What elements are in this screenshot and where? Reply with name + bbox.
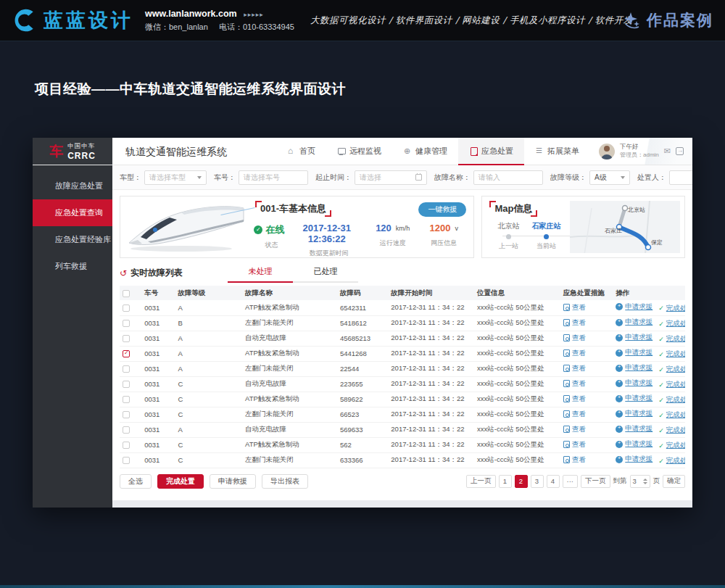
filter-input-text: 请选择 xyxy=(360,173,381,183)
filter-input[interactable]: 请选择车型 xyxy=(144,170,207,185)
lanlan-logo[interactable]: 蓝蓝设计 xyxy=(12,7,133,33)
row-checkbox[interactable] xyxy=(123,442,130,449)
action-button[interactable]: 完成处置 xyxy=(157,474,204,489)
portfolio-link[interactable]: 作品案例 xyxy=(623,10,713,30)
row-checkbox[interactable] xyxy=(123,335,130,342)
sidebar-item[interactable]: 列车救援 xyxy=(33,253,112,280)
action-button[interactable]: 申请救援 xyxy=(210,474,256,489)
filter-input[interactable]: A级 xyxy=(589,170,630,185)
row-checkbox[interactable] xyxy=(123,381,130,388)
row-checkbox[interactable] xyxy=(123,320,130,327)
page-number-button[interactable]: 2 xyxy=(515,475,528,488)
view-measures-link[interactable]: 查看 xyxy=(563,318,586,328)
view-link-label: 查看 xyxy=(572,364,586,373)
action-button[interactable]: 导出报表 xyxy=(262,474,308,489)
nav-item[interactable]: 远程监视 xyxy=(326,138,392,165)
row-checkbox[interactable] xyxy=(123,305,130,312)
station-dot xyxy=(506,234,511,239)
page-number-button[interactable]: 4 xyxy=(547,475,560,488)
request-rescue-link[interactable]: 申请求援 xyxy=(616,394,652,403)
view-link-label: 查看 xyxy=(572,349,586,358)
complete-link-label: 完成处理 xyxy=(666,319,685,328)
complete-handling-link[interactable]: ✓ 完成处理 xyxy=(658,334,685,344)
filter-input-text: 请选择车型 xyxy=(149,173,186,183)
nav-item[interactable]: 首页 xyxy=(276,138,326,165)
request-rescue-link[interactable]: 申请求援 xyxy=(616,302,652,312)
view-measures-link[interactable]: 查看 xyxy=(563,440,586,450)
stat-value-row: 2017-12-31 12:36:22 xyxy=(291,223,368,244)
nav-item[interactable]: 拓展菜单 xyxy=(524,138,590,165)
action-button[interactable]: 全选 xyxy=(120,474,152,489)
mail-icon[interactable]: ✉ xyxy=(664,146,671,156)
table-tab[interactable]: 已处理 xyxy=(293,266,358,283)
complete-handling-link[interactable]: ✓ 完成处置 xyxy=(658,304,685,313)
website-url[interactable]: www.lanlanwork.com xyxy=(145,9,237,19)
complete-handling-link[interactable]: ✓ 完成处理 xyxy=(658,365,685,374)
request-rescue-link[interactable]: 申请求援 xyxy=(616,439,652,449)
cell-fault-name: ATP触发紧急制动 xyxy=(242,300,337,315)
one-key-rescue-button[interactable]: 一键救援 xyxy=(418,202,466,217)
request-rescue-link[interactable]: 申请求援 xyxy=(616,318,652,327)
stat-value: 2017-12-31 12:36:22 xyxy=(291,223,363,244)
page-number-button[interactable]: 3 xyxy=(531,475,544,488)
sidebar-item[interactable]: 应急处置经验库 xyxy=(33,226,112,253)
view-measures-link[interactable]: 查看 xyxy=(563,394,586,404)
view-measures-link[interactable]: 查看 xyxy=(563,455,586,465)
filter-input[interactable]: 请输入 xyxy=(473,170,543,185)
row-checkbox[interactable] xyxy=(123,396,130,403)
confirm-button[interactable]: 确定 xyxy=(663,475,685,488)
complete-handling-link[interactable]: ✓ 完成处理 xyxy=(658,441,685,450)
table-tab[interactable]: 未处理 xyxy=(228,266,293,283)
request-rescue-link[interactable]: 申请求援 xyxy=(616,424,652,434)
prev-page-button[interactable]: 上一页 xyxy=(466,475,496,488)
complete-handling-link[interactable]: ✓ 完成处理 xyxy=(658,395,685,405)
request-rescue-link[interactable]: 申请求援 xyxy=(616,378,652,388)
complete-handling-link[interactable]: ✓ 完成处理 xyxy=(658,380,685,389)
filter-input[interactable]: 请选择车号 xyxy=(239,170,308,185)
check-icon: ✓ xyxy=(658,320,664,328)
mini-map[interactable]: 北京站 石家庄 保定 xyxy=(570,201,680,253)
stat-label: 状态 xyxy=(252,241,291,250)
view-measures-link[interactable]: 查看 xyxy=(563,334,586,343)
view-measures-link[interactable]: 查看 xyxy=(563,303,586,312)
cell-location: xxx站-ccc站 50公里处 xyxy=(474,452,560,468)
filter-input[interactable] xyxy=(669,170,692,185)
sidebar-item[interactable]: 应急处置查询 xyxy=(33,199,112,226)
logout-icon[interactable] xyxy=(676,147,684,155)
view-measures-link[interactable]: 查看 xyxy=(563,379,586,389)
page-number-button[interactable]: 1 xyxy=(499,475,512,488)
row-checkbox[interactable] xyxy=(123,426,130,434)
complete-handling-link[interactable]: ✓ 完成处理 xyxy=(658,410,685,420)
nav-item[interactable]: 应急处置 xyxy=(458,138,524,165)
spinner-arrows-icon[interactable] xyxy=(643,479,647,484)
view-measures-link[interactable]: 查看 xyxy=(563,425,586,434)
complete-handling-link[interactable]: ✓ 完成处理 xyxy=(658,456,685,465)
view-link-label: 查看 xyxy=(572,394,586,404)
request-rescue-link[interactable]: 申请求援 xyxy=(616,455,652,464)
row-checkbox[interactable] xyxy=(123,365,130,373)
next-page-button[interactable]: 下一页 xyxy=(581,475,610,488)
avatar[interactable] xyxy=(599,144,615,160)
table-title-text: 实时故障列表 xyxy=(130,267,183,279)
view-measures-link[interactable]: 查看 xyxy=(563,410,586,419)
cell-location: xxx站-ccc站 50公里处 xyxy=(474,315,560,331)
request-rescue-link[interactable]: 申请求援 xyxy=(616,409,652,418)
filter-field: 处置人： xyxy=(637,170,692,185)
page-number-button[interactable]: ··· xyxy=(563,475,579,488)
row-checkbox[interactable] xyxy=(123,457,130,464)
nav-item[interactable]: 健康管理 xyxy=(392,138,458,165)
select-all-checkbox[interactable] xyxy=(123,290,130,297)
complete-handling-link[interactable]: ✓ 完成处理 xyxy=(658,349,685,359)
sidebar-item[interactable]: 故障应急处置 xyxy=(33,173,112,199)
request-rescue-link[interactable]: 申请求援 xyxy=(616,348,652,357)
request-rescue-link[interactable]: 申请求援 xyxy=(616,333,652,342)
view-measures-link[interactable]: 查看 xyxy=(563,364,586,373)
row-checkbox[interactable] xyxy=(123,411,130,418)
request-rescue-link[interactable]: 申请求援 xyxy=(616,363,652,373)
view-measures-link[interactable]: 查看 xyxy=(563,349,586,358)
filter-input[interactable]: 请选择 xyxy=(355,170,427,185)
row-checkbox[interactable] xyxy=(123,350,130,357)
goto-page-input[interactable]: 3 xyxy=(630,475,650,488)
complete-handling-link[interactable]: ✓ 完成处理 xyxy=(658,319,685,328)
complete-handling-link[interactable]: ✓ 完成处理 xyxy=(658,426,685,435)
